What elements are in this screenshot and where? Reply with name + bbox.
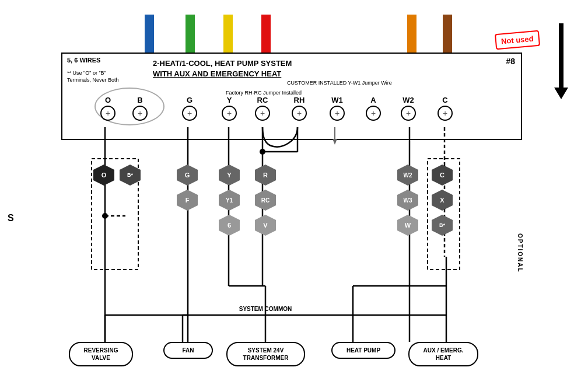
hex-G: G <box>177 165 198 186</box>
hex-O: O <box>93 165 114 186</box>
customer-installed-label: CUSTOMER INSTALLED Y-W1 Jumper Wire <box>287 80 392 86</box>
box-transformer: SYSTEM 24VTRANSFORMER <box>226 342 305 366</box>
box-fan: FAN <box>163 342 213 359</box>
factory-jumper-label: Factory RH-RC Jumper Installed <box>226 90 302 96</box>
s-label: S <box>8 213 14 223</box>
optional-text: OPTIONAL <box>517 233 523 273</box>
hex-B: B* <box>120 165 141 186</box>
terminal-C: C + <box>438 96 453 121</box>
box-heat-pump: HEAT PUMP <box>331 342 396 359</box>
terminal-Y: Y + <box>222 96 237 121</box>
terminal-B: B + <box>132 96 148 121</box>
terminal-A: A + <box>366 96 381 121</box>
hex-R: R <box>255 165 276 186</box>
hex-RC: RC <box>255 190 276 211</box>
black-arrow-not-used <box>554 23 568 99</box>
svg-text:SYSTEM COMMON: SYSTEM COMMON <box>239 306 292 312</box>
badge-number: #8 <box>506 57 515 66</box>
hex-W2: W2 <box>397 165 418 186</box>
ob-note: ** Use "O" or "B"Terminals, Never Both <box>67 70 119 83</box>
terminal-W1: W1 + <box>330 96 345 121</box>
hex-W3: W3 <box>397 190 418 211</box>
hex-Bstar-right: B* <box>432 215 453 236</box>
wiring-diagram: Not used 2-HEAT/1-COOL, HEAT PUMP SYS <box>3 6 575 368</box>
wires-label: 5, 6 WIRES <box>67 57 100 64</box>
terminal-RC: RC + <box>255 96 270 121</box>
terminal-G: G + <box>182 96 197 121</box>
diagram-title: 2-HEAT/1-COOL, HEAT PUMP SYSTEM WITH AUX… <box>153 58 292 79</box>
terminal-W2: W2 + <box>401 96 416 121</box>
box-reversing-valve: REVERSINGVALVE <box>69 342 133 366</box>
hex-Y1: Y1 <box>219 190 240 211</box>
svg-point-2 <box>260 149 265 155</box>
svg-point-24 <box>102 213 108 219</box>
box-aux-heat: AUX / EMERG.HEAT <box>408 342 478 366</box>
terminal-RH: RH + <box>292 96 307 121</box>
hex-F: F <box>177 190 198 211</box>
hex-V: V <box>255 215 276 236</box>
hex-X: X <box>432 190 453 211</box>
main-wiring-box: 2-HEAT/1-COOL, HEAT PUMP SYSTEM WITH AUX… <box>61 53 522 140</box>
hex-6: 6 <box>219 215 240 236</box>
hex-W: W <box>397 215 418 236</box>
hex-C: C <box>432 165 453 186</box>
terminal-O: O + <box>100 96 116 121</box>
not-used-label: Not used <box>495 30 540 50</box>
hex-Y: Y <box>219 165 240 186</box>
